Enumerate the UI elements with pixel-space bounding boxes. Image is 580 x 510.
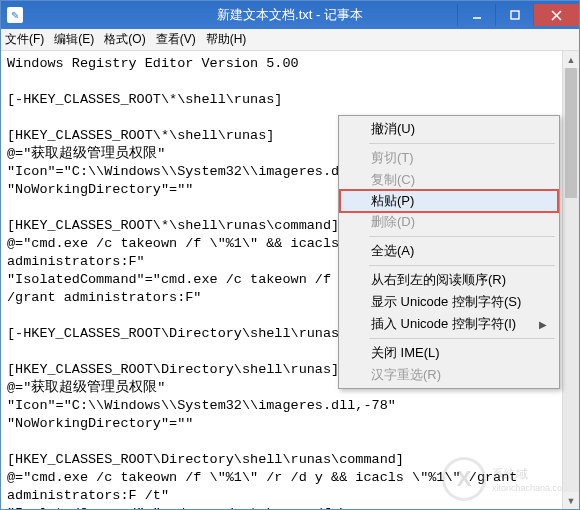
close-icon: [551, 10, 562, 21]
cm-separator: [369, 143, 555, 144]
cm-reconvert[interactable]: 汉字重选(R): [341, 364, 557, 386]
minimize-icon: [472, 10, 482, 20]
cm-show-unicode[interactable]: 显示 Unicode 控制字符(S): [341, 291, 557, 313]
vertical-scrollbar[interactable]: ▲ ▼: [562, 51, 579, 509]
cm-insert-unicode-label: 插入 Unicode 控制字符(I): [371, 315, 516, 333]
cm-paste[interactable]: 粘贴(P): [340, 190, 558, 212]
menu-view[interactable]: 查看(V): [156, 31, 196, 48]
app-icon: ✎: [7, 7, 23, 23]
maximize-icon: [510, 10, 520, 20]
scroll-up-arrow-icon[interactable]: ▲: [563, 51, 579, 68]
cm-separator: [369, 236, 555, 237]
maximize-button[interactable]: [495, 4, 533, 26]
window-buttons: [457, 4, 579, 26]
cm-undo[interactable]: 撤消(U): [341, 118, 557, 140]
menu-bar: 文件(F) 编辑(E) 格式(O) 查看(V) 帮助(H): [1, 29, 579, 51]
title-bar[interactable]: ✎ 新建文本文档.txt - 记事本: [1, 1, 579, 29]
cm-close-ime[interactable]: 关闭 IME(L): [341, 342, 557, 364]
cm-copy[interactable]: 复制(C): [341, 169, 557, 191]
submenu-arrow-icon: ▶: [539, 319, 547, 330]
menu-edit[interactable]: 编辑(E): [54, 31, 94, 48]
menu-file[interactable]: 文件(F): [5, 31, 44, 48]
minimize-button[interactable]: [457, 4, 495, 26]
scroll-down-arrow-icon[interactable]: ▼: [563, 492, 579, 509]
svg-rect-1: [511, 11, 519, 19]
cm-separator: [369, 338, 555, 339]
context-menu: 撤消(U) 剪切(T) 复制(C) 粘贴(P) 删除(D) 全选(A) 从右到左…: [338, 115, 560, 389]
cm-rtl-order[interactable]: 从右到左的阅读顺序(R): [341, 269, 557, 291]
menu-help[interactable]: 帮助(H): [206, 31, 247, 48]
close-button[interactable]: [533, 4, 579, 26]
cm-cut[interactable]: 剪切(T): [341, 147, 557, 169]
cm-delete[interactable]: 删除(D): [341, 211, 557, 233]
menu-format[interactable]: 格式(O): [104, 31, 145, 48]
scroll-thumb[interactable]: [565, 68, 577, 198]
window-title: 新建文本文档.txt - 记事本: [217, 6, 363, 24]
cm-insert-unicode[interactable]: 插入 Unicode 控制字符(I) ▶: [341, 313, 557, 335]
cm-separator: [369, 265, 555, 266]
cm-select-all[interactable]: 全选(A): [341, 240, 557, 262]
